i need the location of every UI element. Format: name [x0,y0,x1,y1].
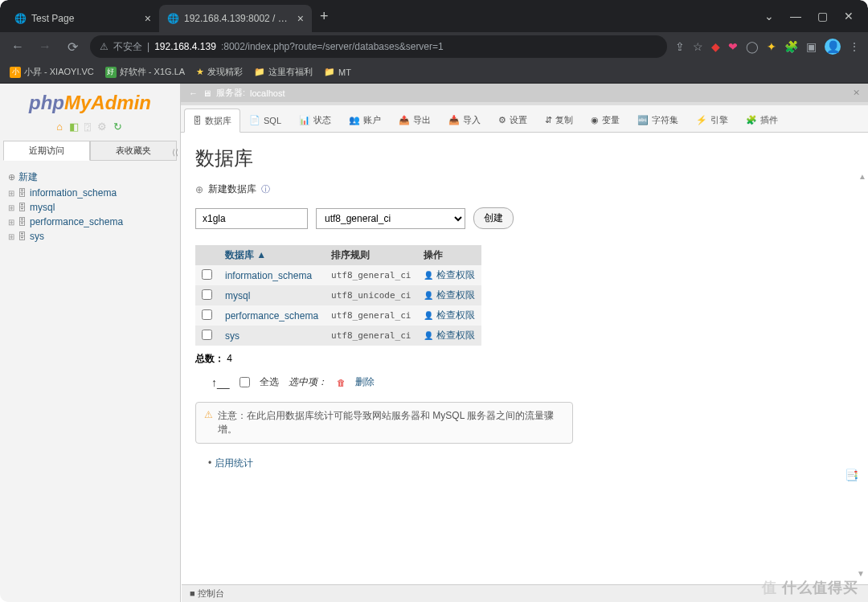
db-link[interactable]: mysql [225,290,250,301]
scrollbar-up-icon[interactable]: ▲ [858,172,866,181]
table-row: performance_schema utf8_general_ci 👤 检查权… [195,305,481,326]
browser-toolbar: ← → ⟳ ⚠ 不安全 | 192.168.4.139:8002/index.p… [0,32,868,61]
row-checkbox[interactable] [202,330,212,340]
bookmark-5[interactable]: 📁MT [324,67,351,77]
back-button[interactable]: ← [8,39,27,54]
tab-settings[interactable]: ⚙设置 [489,109,536,132]
address-bar[interactable]: ⚠ 不安全 | 192.168.4.139:8002/index.php?rou… [90,35,667,58]
delete-link[interactable]: 删除 [355,375,375,389]
row-collation: utf8_general_ci [325,305,417,326]
bookmark-4[interactable]: 📁这里有福利 [254,66,313,78]
tab-export[interactable]: 📤导出 [390,109,440,132]
sidebar-toggle-icon[interactable]: ← [189,88,198,98]
tab-recent[interactable]: 近期访问 [3,141,90,161]
menu-icon[interactable]: ⋮ [849,40,860,53]
tab-sql[interactable]: 📄SQL [240,109,290,132]
docs-icon[interactable]: ⍰ [84,121,92,133]
tab-charsets[interactable]: 🔤字符集 [628,109,687,132]
tab-replication[interactable]: ⇵复制 [536,109,582,132]
db-name-input[interactable] [195,208,308,229]
reload-button[interactable]: ⟳ [63,39,82,55]
profile-avatar[interactable]: 👤 [825,39,841,55]
enable-stats-link[interactable]: •启用统计 [195,453,854,470]
tree-db-0[interactable]: ⊞🗄information_schema [5,186,175,200]
col-action: 操作 [417,245,481,265]
window-dropdown-icon[interactable]: ⌄ [764,10,774,23]
tree-new[interactable]: ⊕新建 [5,169,175,186]
row-collation: utf8_general_ci [325,265,417,285]
tab-accounts[interactable]: 👥账户 [340,109,390,132]
bookmark-1[interactable]: 小小昇 - XIAOYI.VC [10,66,94,78]
reload-icon[interactable]: ↻ [113,121,124,133]
tab-close-icon[interactable]: × [297,12,304,25]
expand-icon[interactable]: ⊞ [8,232,14,241]
forward-button[interactable]: → [35,39,55,54]
delete-icon: 🗑 [337,378,346,387]
tab-close-icon[interactable]: × [145,12,151,25]
check-privileges-link[interactable]: 检查权限 [436,269,475,281]
phpmyadmin-logo[interactable]: phpMyAdmin [0,84,180,117]
collapse-sidebar-icon[interactable]: ⟨⟨ [172,148,178,157]
import-icon: 📥 [448,115,460,125]
up-arrow-icon: ↑__ [211,376,230,389]
check-privileges-link[interactable]: 检查权限 [436,289,475,301]
ext-icon-circle[interactable]: ◯ [746,40,759,53]
tree-db-3[interactable]: ⊞🗄sys [5,229,175,244]
collation-select[interactable]: utf8_general_ci [316,208,465,229]
browser-tab-2[interactable]: 🌐 192.168.4.139:8002 / localhost × [159,5,312,32]
tab-status[interactable]: 📊状态 [290,109,340,132]
col-collation[interactable]: 排序规则 [325,245,417,265]
tab-favorites[interactable]: 表收藏夹 [90,141,177,161]
privileges-icon: 👤 [424,311,433,320]
bookmark-corner-icon[interactable]: 📑 [845,469,858,481]
ext-icon-box[interactable]: ▣ [806,40,817,53]
new-tab-button[interactable]: + [320,8,329,25]
scrollbar-down-icon[interactable]: ▼ [857,569,865,578]
tree-db-2[interactable]: ⊞🗄performance_schema [5,215,175,229]
check-privileges-link[interactable]: 检查权限 [436,330,475,341]
database-table: 数据库 ▲ 排序规则 操作 information_schema utf8_ge… [195,245,481,346]
ext-icon-wand[interactable]: ✦ [767,40,776,53]
db-link[interactable]: sys [225,330,240,342]
ext-icon-puzzle[interactable]: 🧩 [784,40,798,53]
home-icon[interactable]: ⌂ [56,121,64,133]
expand-icon[interactable]: ⊞ [8,203,14,212]
tab-plugins[interactable]: 🧩插件 [737,109,787,132]
check-privileges-link[interactable]: 检查权限 [436,309,475,321]
close-breadcrumb-icon[interactable]: ⨯ [853,88,860,98]
expand-icon[interactable]: ⊞ [8,189,14,198]
window-maximize-icon[interactable]: ▢ [817,10,828,23]
db-link[interactable]: information_schema [225,270,312,281]
browser-tab-1[interactable]: 🌐 Test Page × [6,5,159,32]
select-all-checkbox[interactable] [240,377,250,387]
bookmark-3[interactable]: ★发现精彩 [196,66,243,78]
select-all-label[interactable]: 全选 [260,375,279,389]
ext-icon-heart[interactable]: ❤ [728,40,738,53]
expand-icon[interactable]: ⊞ [8,218,14,227]
ext-icon-red[interactable]: ◆ [711,40,720,53]
create-button[interactable]: 创建 [473,207,514,229]
tab-databases[interactable]: 🗄数据库 [184,109,240,133]
row-checkbox[interactable] [202,289,212,300]
globe-icon: 🌐 [167,13,179,24]
tab-engines[interactable]: ⚡引擎 [687,109,737,132]
star-icon[interactable]: ☆ [693,40,703,53]
share-icon[interactable]: ⇪ [675,40,685,53]
tree-db-1[interactable]: ⊞🗄mysql [5,200,175,215]
settings-icon[interactable]: ⚙ [97,121,108,133]
bookmark-2[interactable]: 好好软件 - X1G.LA [105,66,185,78]
database-tree: ⊕新建 ⊞🗄information_schema ⊞🗄mysql ⊞🗄perfo… [0,161,180,252]
help-icon[interactable]: ⓘ [261,183,270,195]
tab-import[interactable]: 📥导入 [440,109,489,132]
row-checkbox[interactable] [202,309,212,320]
window-close-icon[interactable]: ✕ [844,10,854,23]
col-database[interactable]: 数据库 ▲ [219,245,325,265]
tab-variables[interactable]: ◉变量 [582,109,628,132]
window-minimize-icon[interactable]: — [790,10,801,23]
col-checkbox [195,245,219,265]
row-checkbox[interactable] [202,269,212,280]
main-nav-tabs: 🗄数据库 📄SQL 📊状态 👥账户 📤导出 📥导入 ⚙设置 ⇵复制 ◉变量 🔤字… [181,102,868,133]
db-link[interactable]: performance_schema [225,310,318,321]
table-row: information_schema utf8_general_ci 👤 检查权… [195,265,481,285]
logout-icon[interactable]: ◧ [69,121,80,133]
